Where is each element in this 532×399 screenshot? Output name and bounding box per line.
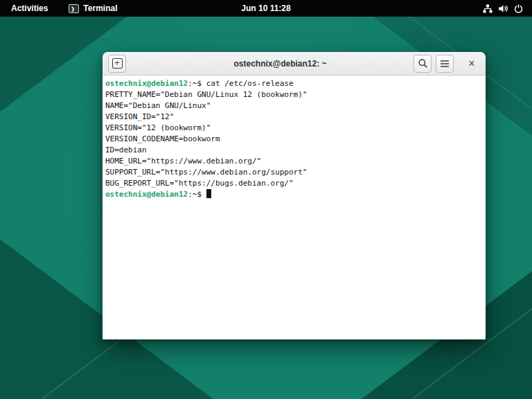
terminal-line: VERSION="12 (bookworm)" (105, 123, 483, 134)
terminal-icon (69, 4, 79, 13)
hamburger-menu-icon (440, 60, 450, 68)
new-tab-button[interactable]: + (108, 55, 126, 73)
screen: Activities Terminal Jun 10 11:28 (0, 0, 532, 399)
terminal-line: SUPPORT_URL="https://www.debian.org/supp… (105, 167, 483, 178)
window-title: ostechnix@debian12: ~ (158, 59, 402, 69)
terminal-line: BUG_REPORT_URL="https://bugs.debian.org/… (105, 178, 483, 189)
volume-icon (496, 3, 510, 14)
terminal-line: ID=debian (105, 145, 483, 156)
terminal-output[interactable]: ostechnix@debian12:~$ cat /etc/os-releas… (103, 76, 486, 339)
app-menu-terminal[interactable]: Terminal (66, 2, 120, 15)
terminal-command-line: ostechnix@debian12:~$ cat /etc/os-releas… (105, 78, 483, 89)
close-button[interactable]: × (463, 55, 480, 72)
terminal-line: HOME_URL="https://www.debian.org/" (105, 156, 483, 167)
terminal-window: + ostechnix@debian12: ~ (103, 52, 486, 339)
network-icon (481, 3, 495, 14)
menu-button[interactable] (436, 55, 454, 73)
clock-button[interactable]: Jun 10 11:28 (238, 2, 293, 15)
power-icon (511, 3, 525, 14)
activities-button[interactable]: Activities (8, 2, 51, 15)
system-status-area[interactable] (481, 3, 532, 14)
top-bar: Activities Terminal Jun 10 11:28 (0, 0, 532, 17)
app-menu-label: Terminal (83, 3, 117, 13)
search-button[interactable] (414, 55, 432, 73)
terminal-line: VERSION_ID="12" (105, 112, 483, 123)
terminal-line: NAME="Debian GNU/Linux" (105, 100, 483, 112)
terminal-cursor (206, 189, 211, 198)
terminal-line: PRETTY_NAME="Debian GNU/Linux 12 (bookwo… (105, 89, 483, 100)
search-icon (418, 58, 428, 69)
headerbar-right: × (414, 55, 480, 73)
terminal-line: VERSION_CODENAME=bookworm (105, 134, 483, 145)
terminal-prompt-line: ostechnix@debian12:~$ (105, 189, 483, 200)
terminal-headerbar[interactable]: + ostechnix@debian12: ~ (103, 52, 486, 76)
new-tab-icon: + (112, 58, 123, 69)
